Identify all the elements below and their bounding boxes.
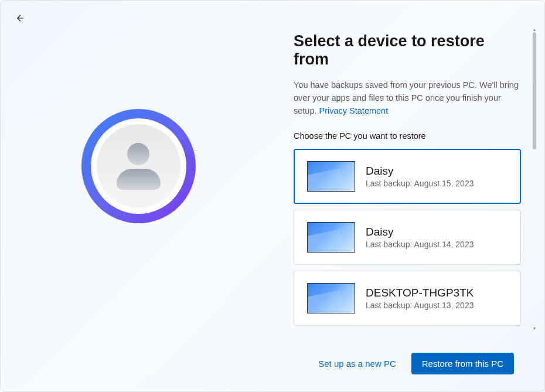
avatar-inner (91, 118, 186, 214)
scrollbar[interactable]: ▴ ▾ (532, 26, 537, 331)
scroll-thumb[interactable] (533, 32, 536, 149)
page-description: You have backups saved from your previou… (294, 79, 521, 117)
device-thumbnail-icon (307, 283, 355, 313)
device-thumbnail-icon (307, 161, 355, 192)
device-card[interactable]: DESKTOP-THGP3TK Last backup: August 13, … (294, 271, 521, 326)
scroll-up-icon[interactable]: ▴ (532, 26, 537, 32)
device-list: Daisy Last backup: August 15, 2023 Daisy… (294, 149, 521, 332)
right-panel: Select a device to restore from You have… (276, 1, 544, 332)
device-backup-date: Last backup: August 14, 2023 (366, 240, 474, 249)
device-name: DESKTOP-THGP3TK (366, 287, 474, 299)
privacy-statement-link[interactable]: Privacy Statement (319, 106, 389, 115)
left-panel (1, 1, 276, 332)
device-info: Daisy Last backup: August 15, 2023 (366, 165, 474, 188)
back-button[interactable] (13, 11, 28, 25)
device-info: Daisy Last backup: August 14, 2023 (366, 226, 474, 249)
device-info: DESKTOP-THGP3TK Last backup: August 13, … (366, 287, 474, 310)
avatar-icon (97, 124, 180, 208)
footer: Set up as a new PC Restore from this PC (1, 349, 544, 391)
page-title: Select a device to restore from (294, 32, 521, 69)
device-card[interactable]: Daisy Last backup: August 14, 2023 (294, 210, 521, 265)
choose-pc-label: Choose the PC you want to restore (294, 131, 521, 141)
back-arrow-icon (15, 13, 26, 23)
device-card[interactable]: Daisy Last backup: August 15, 2023 (294, 149, 521, 204)
device-backup-date: Last backup: August 13, 2023 (366, 301, 474, 310)
setup-new-pc-button[interactable]: Set up as a new PC (316, 354, 398, 373)
scroll-track[interactable] (533, 32, 536, 325)
device-backup-date: Last backup: August 15, 2023 (366, 179, 474, 188)
device-name: Daisy (366, 226, 474, 238)
avatar-ring (81, 109, 196, 223)
device-name: Daisy (366, 165, 474, 178)
main-container: Select a device to restore from You have… (1, 1, 544, 332)
scroll-down-icon[interactable]: ▾ (532, 325, 537, 331)
restore-from-pc-button[interactable]: Restore from this PC (411, 353, 514, 374)
device-thumbnail-icon (307, 222, 355, 253)
